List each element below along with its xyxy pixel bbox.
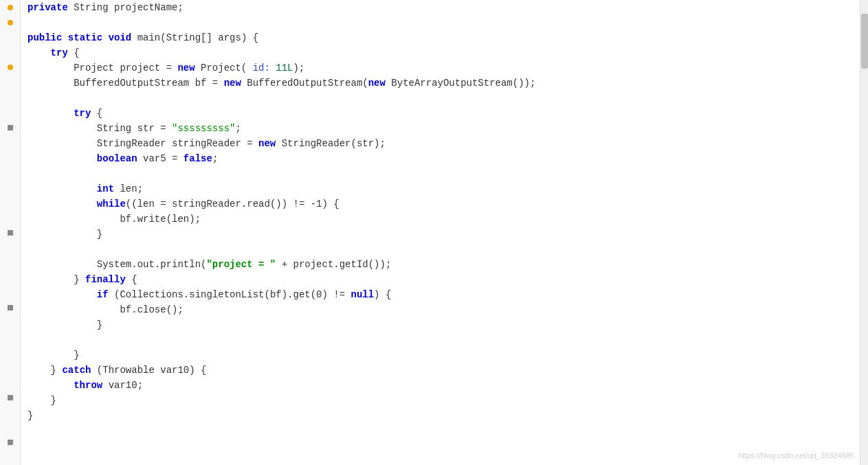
keyword-int: int — [97, 181, 114, 196]
code-line-15: bf.write(len); — [27, 212, 853, 227]
gutter-marker-5 — [5, 60, 15, 75]
code-line-13: int len; — [27, 181, 853, 196]
gutter-empty-6 — [5, 75, 15, 90]
gutter-marker-1 — [5, 0, 15, 15]
gutter-square-21 — [5, 300, 15, 315]
keyword-if: if — [97, 287, 109, 302]
gutter-square-27 — [5, 390, 15, 405]
keyword-new-3: new — [368, 76, 386, 91]
code-line-11: boolean var5 = false; — [27, 151, 853, 166]
gutter-empty-3 — [5, 30, 15, 45]
gutter-empty-15 — [5, 210, 15, 225]
keyword-new-4: new — [258, 136, 276, 151]
code-line-12 — [27, 166, 853, 181]
scrollbar[interactable] — [860, 0, 868, 465]
code-line-7 — [27, 91, 853, 106]
code-line-10: StringReader stringReader = new StringRe… — [27, 136, 853, 151]
watermark: https://blog.csdn.net/qq_36324685 — [738, 451, 854, 460]
keyword-new-1: new — [177, 60, 194, 76]
code-line-14: while((len = stringReader.read()) != -1)… — [27, 196, 853, 212]
code-line-28: } — [27, 408, 853, 423]
keyword-private: private — [27, 0, 68, 15]
gutter-empty-31 — [5, 450, 15, 465]
gutter-empty-24 — [5, 345, 15, 360]
code-line-4: try { — [27, 45, 853, 60]
code-line-2 — [27, 15, 853, 30]
gutter-empty-26 — [5, 375, 15, 390]
gutter-empty-22 — [5, 315, 15, 330]
code-line-20: if (Collections.singletonList(bf).get(0)… — [27, 287, 853, 302]
gutter-empty-28 — [5, 405, 15, 420]
code-line-6: BufferedOutputStream bf = new BufferedOu… — [27, 76, 853, 91]
code-line-26: throw var10; — [27, 378, 853, 393]
code-line-23 — [27, 332, 853, 348]
code-line-8: try { — [27, 106, 853, 121]
keyword-null-1: null — [351, 287, 375, 302]
keyword-try-2: try — [74, 106, 91, 121]
keyword-boolean: boolean — [97, 151, 137, 166]
gutter-empty-14 — [5, 195, 15, 210]
gutter-empty-10 — [5, 135, 15, 150]
gutter-empty-4 — [5, 45, 15, 60]
keyword-finally: finally — [85, 272, 126, 287]
keyword-public: public — [27, 30, 62, 45]
keyword-void: void — [109, 30, 132, 45]
code-line-17 — [27, 242, 853, 257]
gutter-empty-18 — [5, 255, 15, 270]
gutter-empty-20 — [5, 285, 15, 300]
code-line-25: } catch (Throwable var10) { — [27, 363, 853, 378]
code-line-24: } — [27, 348, 853, 363]
gutter-empty-8 — [5, 105, 15, 120]
keyword-while: while — [97, 196, 126, 212]
code-line-1: private String projectName; — [27, 0, 853, 15]
code-line-22: } — [27, 317, 853, 332]
gutter-empty-25 — [5, 360, 15, 375]
gutter-square-9 — [5, 120, 15, 135]
keyword-static: static — [68, 30, 102, 45]
code-line-5: Project project = new Project( id: 11L); — [27, 60, 853, 76]
keyword-try-1: try — [51, 45, 68, 60]
code-line-16: } — [27, 227, 853, 242]
gutter-empty-23 — [5, 330, 15, 345]
code-line-9: String str = "sssssssss"; — [27, 121, 853, 136]
code-line-3: public static void main(String[] args) { — [27, 30, 853, 45]
gutter-empty-17 — [5, 240, 15, 256]
scrollbar-thumb[interactable] — [861, 14, 868, 69]
code-container: private String projectName; public stati… — [0, 0, 868, 465]
gutter-empty-7 — [5, 90, 15, 105]
gutter-empty-12 — [5, 165, 15, 180]
gutter-empty-11 — [5, 150, 15, 165]
code-area: private String projectName; public stati… — [21, 0, 860, 465]
gutter — [0, 0, 21, 465]
code-line-21: bf.close(); — [27, 302, 853, 317]
gutter-empty-19 — [5, 270, 15, 285]
code-line-18: System.out.println("project = " + projec… — [27, 257, 853, 272]
keyword-throw: throw — [74, 378, 102, 393]
keyword-false: false — [183, 151, 212, 166]
gutter-empty-13 — [5, 180, 15, 195]
code-line-27: } — [27, 393, 853, 408]
keyword-catch: catch — [62, 363, 91, 378]
gutter-square-16 — [5, 225, 15, 240]
gutter-empty-29 — [5, 420, 15, 435]
code-line-19: } finally { — [27, 272, 853, 287]
gutter-square-30 — [5, 435, 15, 450]
keyword-new-2: new — [224, 76, 241, 91]
gutter-marker-2 — [5, 15, 15, 30]
